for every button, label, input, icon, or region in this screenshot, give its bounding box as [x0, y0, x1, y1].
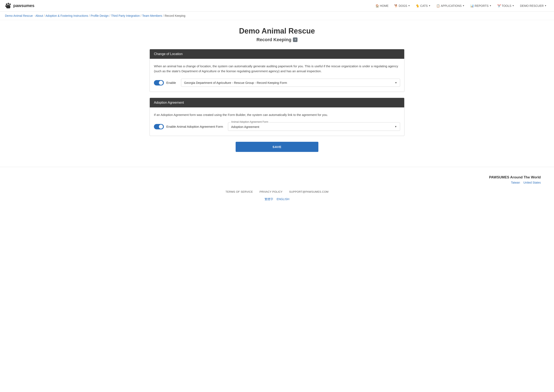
breadcrumb-sep-4: /	[140, 14, 141, 17]
nav-links: 🏠 HOME 🐕 DOGS ▼ 🐈 CATS ▼ 📋 APPLICATIONS …	[373, 2, 549, 9]
breadcrumb-current: Record Keeping	[165, 14, 185, 17]
cats-caret: ▼	[429, 5, 431, 7]
footer-support[interactable]: SUPPORT@PAWSUMES.COM	[289, 190, 328, 193]
nav-home[interactable]: 🏠 HOME	[373, 2, 391, 9]
paw-icon	[5, 2, 12, 9]
change-of-location-description: When an animal has a change of location,…	[154, 64, 400, 74]
change-of-location-controls: Enable Georgia Department of Agriculture…	[154, 79, 400, 87]
adoption-form-dropdown[interactable]: Adoption AgreementOther Agreement 1Other…	[228, 123, 400, 131]
footer-traditional-chinese[interactable]: 繁體字	[265, 197, 273, 201]
page-subtitle: Record Keeping ?	[150, 37, 404, 42]
footer-english[interactable]: ENGLISH	[277, 197, 289, 201]
change-of-location-body: When an animal has a change of location,…	[150, 59, 404, 92]
footer-brand: PAWSUMES Around The World	[5, 175, 549, 179]
nav-applications[interactable]: 📋 APPLICATIONS ▼	[434, 2, 467, 9]
footer-united-states[interactable]: United States	[523, 181, 541, 184]
navbar: pawsumes 🏠 HOME 🐕 DOGS ▼ 🐈 CATS ▼ 📋 APPL…	[0, 0, 554, 12]
footer: PAWSUMES Around The World Taiwan United …	[0, 167, 554, 207]
adoption-toggle[interactable]	[154, 124, 164, 129]
footer-links: TERMS OF SERVICE PRIVACY POLICY SUPPORT@…	[5, 190, 549, 193]
main-content: Demo Animal Rescue Record Keeping ? Chan…	[145, 20, 409, 167]
help-icon[interactable]: ?	[293, 37, 298, 42]
breadcrumb-team[interactable]: Team Members	[142, 14, 162, 17]
cat-icon: 🐈	[416, 4, 419, 7]
dog-icon: 🐕	[394, 4, 398, 7]
footer-terms[interactable]: TERMS OF SERVICE	[226, 190, 253, 193]
brand-logo[interactable]: pawsumes	[5, 2, 34, 9]
footer-taiwan[interactable]: Taiwan	[511, 181, 520, 184]
change-of-location-header: Change of Location	[150, 49, 404, 59]
breadcrumb-sep-1: /	[44, 14, 45, 17]
adoption-agreement-description: If an Adoption Agreement form was create…	[154, 112, 400, 117]
page-title: Demo Animal Rescue	[150, 27, 404, 35]
applications-icon: 📋	[436, 4, 440, 7]
brand-name: pawsumes	[13, 3, 34, 8]
svg-point-0	[6, 3, 7, 5]
dogs-caret: ▼	[408, 5, 410, 7]
change-of-location-card: Change of Location When an animal has a …	[150, 49, 404, 92]
svg-point-1	[8, 3, 9, 5]
user-caret: ▼	[545, 5, 547, 7]
breadcrumb-about[interactable]: About	[35, 14, 43, 17]
breadcrumb-thirdparty[interactable]: Third Party Integration	[111, 14, 140, 17]
home-icon: 🏠	[375, 4, 379, 7]
adoption-agreement-card: Adoption Agreement If an Adoption Agreem…	[150, 98, 404, 136]
footer-privacy[interactable]: PRIVACY POLICY	[259, 190, 282, 193]
breadcrumb-sep-3: /	[110, 14, 110, 17]
nav-cats[interactable]: 🐈 CATS ▼	[413, 2, 433, 9]
breadcrumb-sep-dash: -	[34, 14, 35, 17]
svg-point-2	[9, 3, 11, 5]
adoption-toggle-group: Enable Animal Adoption Agreement Form	[154, 124, 223, 129]
applications-caret: ▼	[462, 5, 464, 7]
breadcrumb: Demo Animal Rescue - About / Adoption & …	[0, 12, 554, 20]
adoption-field-label: Animal Adoption Agreement Form	[230, 120, 269, 123]
location-form-dropdown-wrapper: Georgia Department of Agriculture - Resc…	[181, 79, 400, 87]
breadcrumb-org[interactable]: Demo Animal Rescue	[5, 14, 33, 17]
enable-toggle-group: Enable	[154, 80, 176, 85]
tools-caret: ▼	[512, 5, 514, 7]
enable-label: Enable	[166, 81, 176, 84]
nav-tools[interactable]: ✂️ TOOLS ▼	[495, 2, 517, 9]
adoption-enable-label: Enable Animal Adoption Agreement Form	[166, 125, 223, 128]
location-form-dropdown[interactable]: Georgia Department of Agriculture - Resc…	[181, 79, 400, 87]
nav-reports[interactable]: 📊 REPORTS ▼	[468, 2, 494, 9]
footer-language: 繁體字 ENGLISH	[5, 197, 549, 201]
breadcrumb-sep-5: /	[163, 14, 164, 17]
nav-user[interactable]: DEMO RESCUER ▼	[518, 2, 549, 9]
breadcrumb-sep-2: /	[89, 14, 90, 17]
adoption-agreement-controls: Enable Animal Adoption Agreement Form An…	[154, 122, 400, 131]
tools-icon: ✂️	[497, 4, 501, 7]
enable-toggle[interactable]	[154, 80, 164, 85]
footer-locales: Taiwan United States	[5, 181, 549, 184]
reports-caret: ▼	[490, 5, 492, 7]
nav-dogs[interactable]: 🐕 DOGS ▼	[392, 2, 413, 9]
breadcrumb-adoption[interactable]: Adoption & Fostering Instructions	[46, 14, 88, 17]
reports-icon: 📊	[470, 4, 474, 7]
adoption-agreement-header: Adoption Agreement	[150, 98, 404, 107]
adoption-form-dropdown-wrapper: Animal Adoption Agreement Form Adoption …	[228, 122, 400, 131]
adoption-agreement-body: If an Adoption Agreement form was create…	[150, 107, 404, 136]
breadcrumb-profile[interactable]: Profile Design	[91, 14, 109, 17]
save-button[interactable]: SAVE	[236, 142, 318, 152]
